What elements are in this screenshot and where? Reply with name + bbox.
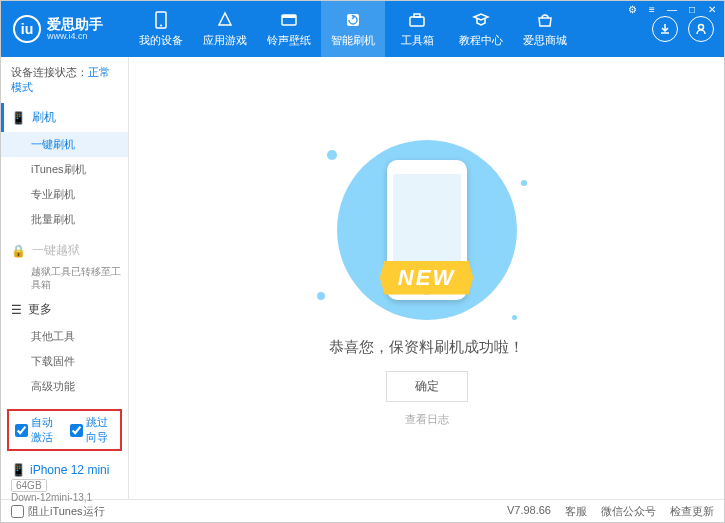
user-button[interactable] — [688, 16, 714, 42]
app-url: www.i4.cn — [47, 31, 103, 41]
nav-tutorial[interactable]: 教程中心 — [449, 1, 513, 57]
logo[interactable]: iu 爱思助手 www.i4.cn — [1, 15, 129, 43]
apps-icon — [215, 11, 235, 29]
maximize-icon[interactable]: □ — [685, 2, 699, 16]
sidebar-item-advanced[interactable]: 高级功能 — [1, 374, 128, 399]
nav-ringtone[interactable]: 铃声壁纸 — [257, 1, 321, 57]
nav-apps[interactable]: 应用游戏 — [193, 1, 257, 57]
sidebar-item-itunes-flash[interactable]: iTunes刷机 — [1, 157, 128, 182]
device-info[interactable]: 📱iPhone 12 mini 64GB Down-12mini-13,1 — [1, 457, 128, 509]
lock-icon: 🔒 — [11, 244, 26, 258]
settings-icon[interactable]: ⚙ — [625, 2, 639, 16]
success-message: 恭喜您，保资料刷机成功啦！ — [329, 338, 524, 357]
main-content: NEW 恭喜您，保资料刷机成功啦！ 确定 查看日志 — [129, 57, 724, 499]
auto-activate-checkbox[interactable]: 自动激活 — [15, 415, 60, 445]
connection-status: 设备连接状态：正常模式 — [1, 57, 128, 103]
minimize-icon[interactable]: — — [665, 2, 679, 16]
skip-guide-checkbox[interactable]: 跳过向导 — [70, 415, 115, 445]
flash-icon — [343, 11, 363, 29]
success-illustration: NEW — [297, 130, 557, 330]
main-nav: 我的设备 应用游戏 铃声壁纸 智能刷机 工具箱 教程中心 爱思商城 — [129, 1, 652, 57]
block-itunes-checkbox[interactable]: 阻止iTunes运行 — [11, 504, 105, 519]
sidebar-item-download-firmware[interactable]: 下载固件 — [1, 349, 128, 374]
svg-rect-6 — [414, 14, 420, 17]
tutorial-icon — [471, 11, 491, 29]
close-icon[interactable]: ✕ — [705, 2, 719, 16]
sidebar-item-batch-flash[interactable]: 批量刷机 — [1, 207, 128, 232]
ok-button[interactable]: 确定 — [386, 371, 468, 402]
check-update-link[interactable]: 检查更新 — [670, 504, 714, 519]
sidebar-item-other-tools[interactable]: 其他工具 — [1, 324, 128, 349]
nav-store[interactable]: 爱思商城 — [513, 1, 577, 57]
toolbox-icon — [407, 11, 427, 29]
sidebar-jailbreak-header: 🔒 一键越狱 — [1, 236, 128, 265]
store-icon — [535, 11, 555, 29]
device-model: Down-12mini-13,1 — [11, 492, 118, 503]
device-icon: 📱 — [11, 463, 26, 477]
download-button[interactable] — [652, 16, 678, 42]
nav-flash[interactable]: 智能刷机 — [321, 1, 385, 57]
version-label: V7.98.66 — [507, 504, 551, 519]
support-link[interactable]: 客服 — [565, 504, 587, 519]
wechat-link[interactable]: 微信公众号 — [601, 504, 656, 519]
svg-point-1 — [160, 24, 162, 26]
svg-rect-3 — [282, 15, 296, 18]
app-header: iu 爱思助手 www.i4.cn 我的设备 应用游戏 铃声壁纸 智能刷机 工具… — [1, 1, 724, 57]
nav-toolbox[interactable]: 工具箱 — [385, 1, 449, 57]
menu-small-icon: ☰ — [11, 303, 22, 317]
device-capacity: 64GB — [11, 479, 47, 492]
sidebar-flash-header[interactable]: 📱 刷机 — [1, 103, 128, 132]
sidebar-item-pro-flash[interactable]: 专业刷机 — [1, 182, 128, 207]
options-box: 自动激活 跳过向导 — [7, 409, 122, 451]
jailbreak-note: 越狱工具已转移至工具箱 — [1, 265, 128, 291]
phone-icon — [151, 11, 171, 29]
sidebar-more-header[interactable]: ☰ 更多 — [1, 295, 128, 324]
phone-small-icon: 📱 — [11, 111, 26, 125]
sidebar: 设备连接状态：正常模式 📱 刷机 一键刷机 iTunes刷机 专业刷机 批量刷机… — [1, 57, 129, 499]
nav-my-device[interactable]: 我的设备 — [129, 1, 193, 57]
menu-icon[interactable]: ≡ — [645, 2, 659, 16]
svg-point-7 — [699, 25, 704, 30]
logo-icon: iu — [13, 15, 41, 43]
svg-rect-5 — [410, 17, 424, 26]
sidebar-item-oneclick-flash[interactable]: 一键刷机 — [1, 132, 128, 157]
new-banner: NEW — [380, 261, 473, 295]
ringtone-icon — [279, 11, 299, 29]
view-log-link[interactable]: 查看日志 — [405, 412, 449, 427]
app-title: 爱思助手 — [47, 17, 103, 31]
